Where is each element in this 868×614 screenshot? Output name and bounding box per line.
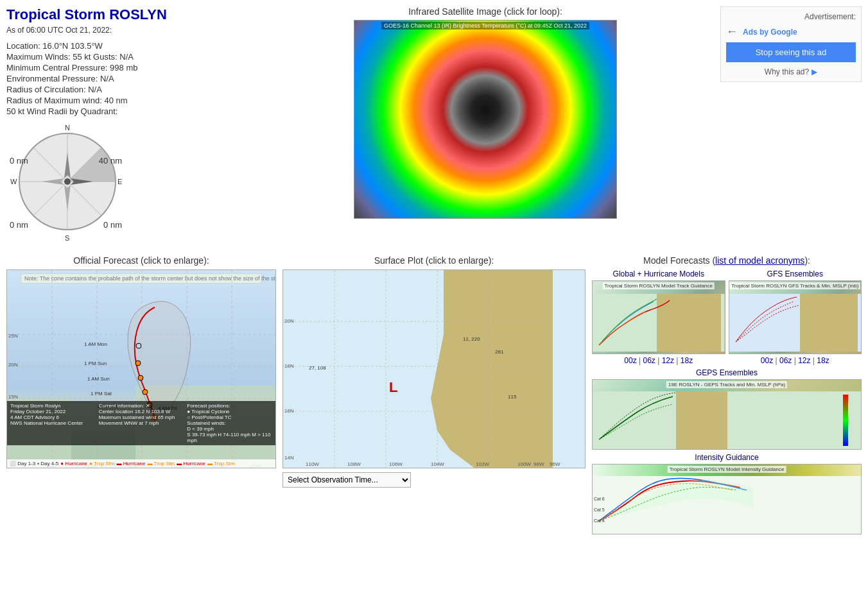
satellite-section-title[interactable]: Infrared Satellite Image (click for loop…	[408, 6, 562, 17]
global-12z-link[interactable]: 12z	[662, 356, 674, 365]
gfs-track-svg	[729, 294, 862, 352]
geps-svg	[593, 391, 861, 449]
stop-seeing-button[interactable]: Stop seeing this ad	[726, 42, 856, 62]
svg-text:Cat 6: Cat 6	[594, 497, 605, 501]
satellite-image[interactable]: GOES-16 Channel 13 (IR) Brightness Tempe…	[354, 20, 617, 219]
surface-map[interactable]: Marine Surface Plot Near 19E ROSLYN 08:4…	[282, 269, 586, 468]
svg-text:Cat 5: Cat 5	[594, 507, 605, 512]
center-panel: Infrared Satellite Image (click for loop…	[257, 6, 714, 246]
svg-point-25	[135, 361, 141, 366]
svg-text:1 PM Sat: 1 PM Sat	[91, 391, 112, 397]
intensity-svg: Cat 4 Cat 5 Cat 6	[593, 476, 861, 534]
storm-env-pressure: Environmental Pressure: N/A	[6, 74, 250, 83]
gfs-time-links: 00z | 06z | 12z | 18z	[729, 356, 862, 365]
svg-text:20N: 20N	[284, 318, 294, 324]
gfs-18z-link[interactable]: 18z	[817, 356, 829, 365]
svg-text:1 PM Sun: 1 PM Sun	[84, 361, 107, 366]
global-hurricane-title: Global + Hurricane Models	[592, 269, 725, 278]
top-row: Tropical Storm ROSLYN As of 06:00 UTC Oc…	[6, 6, 862, 246]
gfs-ensembles-img-label: Tropical Storm ROSLYN GFS Tracks & Min. …	[729, 282, 860, 289]
ads-by-label: Ads by	[743, 28, 768, 37]
wind-radii-title: 50 kt Wind Radii by Quadrant:	[6, 107, 250, 116]
ad-container: Advertisement: ← Ads by Google Stop seei…	[720, 6, 862, 82]
storm-radius-circ: Radius of Circulation: N/A	[6, 85, 250, 94]
forecast-info-right: Forecast positions: ● Tropical Cyclone ○…	[187, 403, 272, 443]
svg-text:104W: 104W	[431, 461, 444, 467]
global-00z-link[interactable]: 00z	[624, 356, 636, 365]
ads-by-google: Ads by Google	[743, 28, 797, 37]
ad-back-arrow[interactable]: ←	[726, 25, 738, 38]
svg-text:100W: 100W	[517, 461, 531, 467]
intensity-guidance-img[interactable]: Tropical Storm ROSLYN Model Intensity Gu…	[592, 464, 862, 534]
satellite-image-inner	[354, 21, 616, 218]
global-18z-link[interactable]: 18z	[681, 356, 693, 365]
surface-map-svg: L 11, 220 281 115 27, 108 20N 18N 16N 14…	[283, 270, 585, 468]
compass-n-label: N	[65, 124, 70, 132]
svg-rect-75	[676, 391, 727, 449]
storm-location: Location: 16.0°N 103.5°W	[6, 41, 250, 51]
why-this-ad[interactable]: Why this ad? ▶	[726, 67, 856, 76]
svg-text:115: 115	[508, 394, 517, 400]
gfs-ensembles-section: GFS Ensembles Tropical Storm ROSLYN GFS …	[729, 269, 862, 365]
model-acronyms-link[interactable]: list of model acronyms	[715, 255, 804, 266]
svg-text:18N: 18N	[284, 363, 294, 369]
satellite-image-label: GOES-16 Channel 13 (IR) Brightness Tempe…	[381, 22, 589, 30]
svg-text:20N: 20N	[8, 362, 18, 368]
geps-img-label: 19E ROSLYN - GEPS Tracks and Min. MSLP (…	[666, 381, 787, 388]
model-grid: Global + Hurricane Models Tropical Storm…	[592, 269, 862, 365]
storm-info: Location: 16.0°N 103.5°W Maximum Winds: …	[6, 41, 250, 116]
svg-point-23	[143, 389, 148, 395]
geps-section: GEPS Ensembles 19E ROSLYN - GEPS Tracks …	[592, 368, 862, 450]
radii-ne: 40 nm	[99, 156, 122, 166]
forecast-info-left: Tropical Storm Roslyn Friday October 21,…	[10, 403, 96, 443]
svg-text:1 AM Sun: 1 AM Sun	[87, 376, 110, 382]
svg-text:108W: 108W	[347, 461, 361, 467]
svg-point-24	[138, 375, 143, 380]
geps-ensembles-img[interactable]: 19E ROSLYN - GEPS Tracks and Min. MSLP (…	[592, 379, 862, 450]
gfs-06z-link[interactable]: 06z	[779, 356, 792, 365]
ad-nav-row: ← Ads by Google	[726, 25, 856, 38]
obs-select-container: Select Observation Time...	[282, 472, 586, 488]
global-time-links: 00z | 06z | 12z | 18z	[592, 356, 725, 365]
svg-text:102W: 102W	[476, 461, 489, 467]
intensity-section: Intensity Guidance Tropical Storm ROSLYN…	[592, 453, 862, 534]
model-panel: Model Forecasts (list of model acronyms)…	[592, 255, 862, 534]
right-panel: Advertisement: ← Ads by Google Stop seei…	[720, 6, 862, 246]
svg-text:281: 281	[495, 349, 504, 355]
storm-title: Tropical Storm ROSLYN	[6, 6, 250, 23]
obs-time-select[interactable]: Select Observation Time...	[282, 472, 411, 488]
svg-text:16N: 16N	[284, 408, 294, 414]
global-06z-link[interactable]: 06z	[643, 356, 655, 365]
gfs-ensembles-title: GFS Ensembles	[729, 269, 862, 278]
intensity-img-label: Tropical Storm ROSLYN Model Intensity Gu…	[668, 466, 786, 473]
gfs-ensembles-img[interactable]: Tropical Storm ROSLYN GFS Tracks & Min. …	[729, 280, 862, 354]
intensity-guidance-title: Intensity Guidance	[592, 453, 862, 462]
compass-e-label: E	[117, 178, 122, 185]
svg-rect-72	[800, 294, 858, 352]
svg-point-9	[64, 178, 71, 185]
storm-radius-max-wind: Radius of Maximum wind: 40 nm	[6, 96, 250, 105]
storm-min-pressure: Minimum Central Pressure: 998 mb	[6, 63, 250, 72]
radii-sw: 0 nm	[10, 220, 28, 230]
ad-title: Advertisement:	[726, 12, 856, 21]
forecast-info-center: Current information: ✕ Center location 1…	[99, 403, 184, 443]
gfs-00z-link[interactable]: 00z	[761, 356, 773, 365]
svg-text:25N: 25N	[8, 333, 18, 339]
radii-nw: 0 nm	[10, 156, 28, 166]
left-panel: Tropical Storm ROSLYN As of 06:00 UTC Oc…	[6, 6, 250, 246]
storm-max-winds: Maximum Winds: 55 kt Gusts: N/A	[6, 52, 250, 62]
global-track-svg	[593, 294, 725, 352]
model-section-title: Model Forecasts (list of model acronyms)…	[592, 255, 862, 266]
global-hurricane-img[interactable]: Tropical Storm ROSLYN Model Track Guidan…	[592, 280, 725, 354]
forecast-map[interactable]: Note: The cone contains the probable pat…	[6, 269, 276, 468]
forecast-info-bar: Tropical Storm Roslyn Friday October 21,…	[7, 401, 275, 445]
gfs-12z-link[interactable]: 12z	[798, 356, 810, 365]
forecast-legend: ⬜ Day 1-3 ▪ Day 4-5 ● Hurricane ● Trop S…	[7, 459, 275, 468]
svg-text:110W: 110W	[306, 461, 319, 467]
forecast-section-title: Official Forecast (click to enlarge):	[6, 255, 276, 266]
storm-timestamp: As of 06:00 UTC Oct 21, 2022:	[6, 26, 250, 35]
forecast-panel: Official Forecast (click to enlarge): No…	[6, 255, 276, 534]
svg-text:11, 220: 11, 220	[463, 336, 480, 342]
svg-text:98W: 98W	[534, 461, 544, 467]
svg-text:1 AM Mon: 1 AM Mon	[84, 341, 107, 347]
